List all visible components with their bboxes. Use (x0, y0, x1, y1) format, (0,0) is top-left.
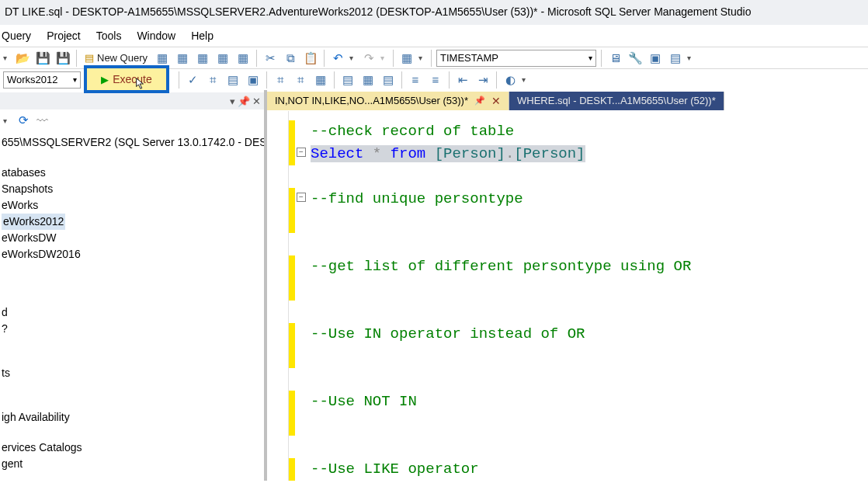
editor-pane: IN,NOT IN,LIKE,NO...A1M5655\User (53))* … (267, 90, 868, 481)
cut-icon[interactable]: ✂ (262, 50, 279, 67)
close-icon[interactable]: ✕ (491, 95, 501, 107)
tree-node[interactable]: ts (2, 365, 262, 381)
tree-node[interactable]: ervices Catalogs (2, 440, 262, 456)
new-query-label: New Query (97, 52, 148, 64)
refresh-icon[interactable]: ⟳ (19, 113, 29, 127)
check-icon[interactable]: ✓ (184, 71, 201, 89)
timestamp-label: TIMESTAMP (440, 52, 498, 64)
results-file-icon[interactable]: ▤ (380, 71, 397, 89)
mdx-icon[interactable]: ▦ (154, 50, 171, 67)
dropdown-icon[interactable]: ▾ (230, 96, 235, 107)
dax-icon[interactable]: ▦ (214, 50, 231, 67)
window-icon[interactable]: ▣ (647, 50, 664, 67)
tab-label: IN,NOT IN,LIKE,NO...A1M5655\User (53))* (275, 95, 468, 106)
save-icon[interactable]: 💾 (34, 50, 51, 67)
close-icon[interactable]: ✕ (252, 96, 261, 107)
dax2-icon[interactable]: ▦ (234, 50, 252, 67)
save-all-icon[interactable]: 💾 (54, 50, 71, 67)
menu-window[interactable]: Window (137, 30, 175, 42)
menu-query[interactable]: Query (2, 30, 31, 42)
object-explorer-toolbar: ▾ ⟳ 〰 (0, 109, 264, 131)
tree-node-selected[interactable]: eWorks2012 (2, 214, 262, 230)
new-query-icon: ▤ (85, 52, 94, 64)
results-grid-icon[interactable]: ▦ (359, 71, 377, 89)
redo-caret-icon[interactable]: ▾ (380, 54, 388, 62)
tree-node[interactable]: d (2, 304, 262, 321)
results-text-icon[interactable]: ▤ (339, 71, 356, 89)
tree-node[interactable]: ? (2, 321, 262, 337)
chevron-down-icon: ▾ (589, 54, 592, 62)
menu-tools[interactable]: Tools (96, 30, 122, 42)
parse-icon[interactable]: ⌗ (204, 71, 221, 89)
tab-inactive[interactable]: WHERE.sql - DESKT...A1M5655\User (52))* (509, 92, 724, 110)
comment-icon[interactable]: ≡ (407, 71, 424, 89)
tree-node[interactable]: Snapshots (2, 181, 262, 197)
paste-icon[interactable]: 📋 (302, 50, 319, 67)
code-text[interactable]: --check record of table Select * from [P… (309, 111, 691, 481)
tree-node[interactable]: atabases (2, 165, 262, 181)
execute-button[interactable]: ▶ Execute (84, 65, 169, 93)
change-gutter (289, 111, 295, 481)
tree-node[interactable]: eWorksDW2016 (2, 246, 262, 262)
fold-icon[interactable]: − (297, 193, 306, 202)
document-tabs: IN,NOT IN,LIKE,NO...A1M5655\User (53))* … (267, 90, 868, 111)
tab-active[interactable]: IN,NOT IN,LIKE,NO...A1M5655\User (53))* … (267, 92, 509, 110)
display-icon[interactable]: ▦ (312, 71, 329, 89)
object-explorer-tree[interactable]: 655\MSSQLSERVER2 (SQL Server 13.0.1742.0… (0, 131, 264, 475)
fold-gutter: − − (295, 111, 309, 481)
copy-icon[interactable]: ⧉ (282, 50, 299, 67)
wrench-icon[interactable]: 🔧 (627, 50, 644, 67)
object-explorer-header: ▾ 📌 ✕ (0, 92, 264, 109)
layout-caret-icon[interactable]: ▾ (687, 54, 695, 62)
xmla-icon[interactable]: ▦ (194, 50, 211, 67)
tab-label: WHERE.sql - DESKT...A1M5655\User (52))* (517, 95, 716, 106)
code-editor[interactable]: − − --check record of table Select * fro… (267, 111, 868, 481)
connect-caret-icon[interactable]: ▾ (3, 116, 11, 125)
specify-caret-icon[interactable]: ▾ (522, 75, 529, 84)
undo-caret-icon[interactable]: ▾ (349, 54, 357, 62)
tree-server-node[interactable]: 655\MSSQLSERVER2 (SQL Server 13.0.1742.0… (2, 134, 262, 151)
redo-icon[interactable]: ↷ (360, 50, 377, 67)
cursor-icon (135, 78, 146, 90)
grid-icon[interactable]: ▦ (398, 50, 415, 67)
include-icon[interactable]: ▤ (224, 71, 241, 89)
uncomment-icon[interactable]: ≡ (427, 71, 444, 89)
layout-icon[interactable]: ▤ (667, 50, 684, 67)
play-icon: ▶ (101, 74, 109, 85)
grid-caret-icon[interactable]: ▾ (418, 54, 426, 62)
results-icon[interactable]: ▣ (245, 71, 262, 89)
pin-icon[interactable]: 📌 (474, 96, 485, 106)
dmx-icon[interactable]: ▦ (174, 50, 191, 67)
tree-node[interactable]: igh Availability (2, 409, 262, 426)
outdent-icon[interactable]: ⇥ (474, 71, 491, 89)
specify-icon[interactable]: ◐ (502, 71, 519, 89)
monitor-icon[interactable]: 🖥 (606, 50, 623, 67)
new-query-button[interactable]: ▤ New Query (82, 50, 151, 67)
remove-icon[interactable]: ⌗ (292, 71, 309, 89)
window-title: DT LIKE.sql - DESKTOP-A1M5655\MSSQLSERVE… (0, 0, 868, 25)
dropdown-caret-icon[interactable]: ▾ (3, 54, 11, 62)
menubar: Query Project Tools Window Help (0, 25, 868, 47)
execute-label: Execute (113, 73, 152, 85)
database-combo[interactable]: Works2012 ▾ (3, 71, 81, 89)
undo-icon[interactable]: ↶ (329, 50, 346, 67)
fold-icon[interactable]: − (297, 148, 306, 157)
menu-project[interactable]: Project (47, 30, 81, 42)
database-label: Works2012 (7, 74, 58, 85)
pin-icon[interactable]: 📌 (238, 96, 250, 107)
object-explorer-panel: ▾ 📌 ✕ ▾ ⟳ 〰 655\MSSQLSERVER2 (SQL Server… (0, 90, 267, 481)
chevron-down-icon: ▾ (73, 75, 77, 84)
timestamp-combo[interactable]: TIMESTAMP ▾ (436, 50, 596, 67)
menu-help[interactable]: Help (191, 30, 214, 42)
tree-node[interactable]: eWorks (2, 197, 262, 214)
tree-node[interactable]: eWorksDW (2, 230, 262, 246)
tree-node[interactable]: gent (2, 456, 262, 472)
editor-margin (267, 111, 289, 481)
indent-icon[interactable]: ⇤ (454, 71, 471, 89)
folder-icon[interactable]: 📂 (14, 50, 31, 67)
add-icon[interactable]: ⌗ (272, 71, 289, 89)
activity-icon[interactable]: 〰 (36, 114, 48, 127)
